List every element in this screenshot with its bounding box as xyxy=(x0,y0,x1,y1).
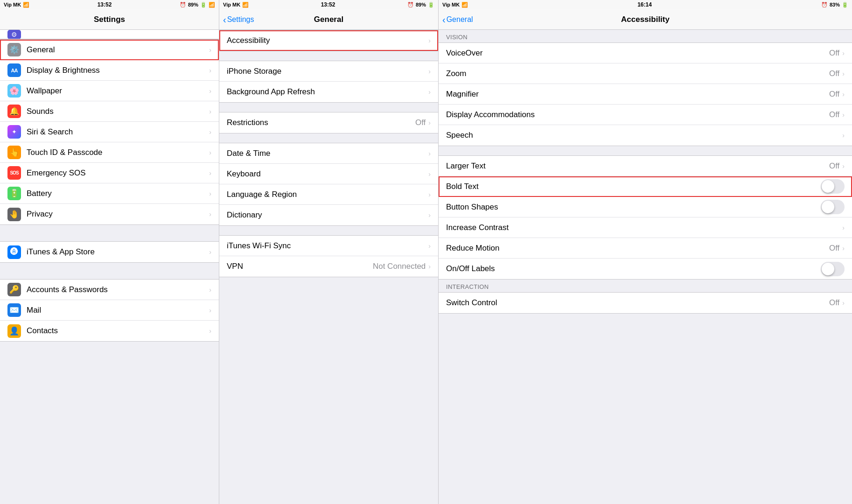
accessibility-item-larger-text[interactable]: Larger Text Off › xyxy=(439,156,852,176)
panel-accessibility: Vip MK 📶 16:14 ⏰ 83% 🔋 ‹ General Accessi… xyxy=(439,0,852,504)
keyboard-chevron: › xyxy=(428,170,431,178)
general-group-4: Date & Time › Keyboard › Language & Regi… xyxy=(219,143,438,226)
general-item-language[interactable]: Language & Region › xyxy=(219,184,438,205)
settings-item-mail[interactable]: ✉️ Mail › xyxy=(0,300,219,321)
signal-icon-1: 📶 xyxy=(209,2,215,8)
restrictions-label: Restrictions xyxy=(227,118,415,127)
general-nav-bar: ‹ Settings General xyxy=(219,9,438,30)
general-item-dictionary[interactable]: Dictionary › xyxy=(219,205,438,225)
general-item-datetime[interactable]: Date & Time › xyxy=(219,143,438,164)
general-item-itunes-wifi[interactable]: iTunes Wi-Fi Sync › xyxy=(219,236,438,256)
settings-group-3: 🔑 Accounts & Passwords › ✉️ Mail › 👤 Con… xyxy=(0,279,219,342)
general-group-3: Restrictions Off › xyxy=(219,112,438,133)
settings-item-accounts[interactable]: 🔑 Accounts & Passwords › xyxy=(0,280,219,300)
accessibility-item-display-accommodations[interactable]: Display Accommodations Off › xyxy=(439,105,852,125)
vpn-label: VPN xyxy=(227,262,373,271)
display-accommodations-chevron: › xyxy=(842,111,845,119)
accessibility-content: VISION VoiceOver Off › Zoom Off › Magnif… xyxy=(439,30,852,504)
general-group-5: iTunes Wi-Fi Sync › VPN Not Connected › xyxy=(219,235,438,277)
contacts-icon: 👤 xyxy=(7,324,21,338)
wifi-icon-3: 📶 xyxy=(461,2,468,8)
carrier-1: Vip MK xyxy=(4,2,21,7)
vpn-chevron: › xyxy=(428,263,431,270)
appstore-chevron: › xyxy=(209,248,211,256)
touchid-icon: 👆 xyxy=(7,146,21,159)
settings-item-privacy[interactable]: 🤚 Privacy › xyxy=(0,204,219,224)
settings-item-display[interactable]: AA Display & Brightness › xyxy=(0,60,219,81)
general-nav-title: General xyxy=(314,15,343,24)
mail-chevron: › xyxy=(209,307,211,314)
siri-chevron: › xyxy=(209,128,211,136)
accessibility-item-voiceover[interactable]: VoiceOver Off › xyxy=(439,43,852,63)
settings-item-emergency[interactable]: SOS Emergency SOS › xyxy=(0,163,219,183)
increase-contrast-label: Increase Contrast xyxy=(446,223,842,232)
accessibility-item-speech[interactable]: Speech › xyxy=(439,125,852,146)
general-item-vpn[interactable]: VPN Not Connected › xyxy=(219,256,438,277)
magnifier-value: Off xyxy=(829,90,839,99)
contacts-chevron: › xyxy=(209,327,211,335)
wallpaper-label: Wallpaper xyxy=(27,86,209,96)
onoff-labels-toggle-knob xyxy=(822,263,834,275)
siri-icon: ✦ xyxy=(7,125,21,139)
button-shapes-toggle[interactable] xyxy=(821,200,845,214)
datetime-label: Date & Time xyxy=(227,149,428,158)
accessibility-item-increase-contrast[interactable]: Increase Contrast › xyxy=(439,217,852,238)
general-back-button[interactable]: ‹ Settings xyxy=(223,15,254,24)
mail-label: Mail xyxy=(27,306,209,315)
general-item-restrictions[interactable]: Restrictions Off › xyxy=(219,112,438,133)
interaction-section-header: INTERACTION xyxy=(439,280,852,292)
privacy-icon: 🤚 xyxy=(7,208,21,221)
general-item-bg-refresh[interactable]: Background App Refresh › xyxy=(219,82,438,102)
accessibility-item-zoom[interactable]: Zoom Off › xyxy=(439,63,852,84)
accessibility-item-onoff-labels[interactable]: On/Off Labels xyxy=(439,259,852,279)
accessibility-item-button-shapes[interactable]: Button Shapes xyxy=(439,197,852,217)
restrictions-chevron: › xyxy=(428,119,431,126)
accessibility-item-reduce-motion[interactable]: Reduce Motion Off › xyxy=(439,238,852,259)
settings-item-appstore[interactable]: 🅐 iTunes & App Store › xyxy=(0,242,219,262)
battery-icon: 🔋 xyxy=(7,187,21,200)
general-label: General xyxy=(27,45,209,55)
sounds-chevron: › xyxy=(209,108,211,115)
back-chevron-3: ‹ xyxy=(442,15,446,24)
wifi-icon-1: 📶 xyxy=(23,2,29,8)
appstore-label: iTunes & App Store xyxy=(27,247,209,257)
battery-icon-2: 🔋 xyxy=(428,2,434,8)
settings-item-sounds[interactable]: 🔔 Sounds › xyxy=(0,101,219,122)
general-item-iphone-storage[interactable]: iPhone Storage › xyxy=(219,61,438,82)
onoff-labels-label: On/Off Labels xyxy=(446,264,821,273)
status-bar-2: Vip MK 📶 13:52 ⏰ 89% 🔋 xyxy=(219,0,438,9)
accessibility-back-button[interactable]: ‹ General xyxy=(442,15,473,24)
bold-text-toggle[interactable] xyxy=(821,179,845,194)
emergency-label: Emergency SOS xyxy=(27,168,209,178)
voiceover-chevron: › xyxy=(842,49,845,57)
general-chevron: › xyxy=(209,46,211,54)
settings-item-general[interactable]: ⚙️ General › xyxy=(0,40,219,60)
settings-group-1: ⚙️ General › AA Display & Brightness › 🌸… xyxy=(0,39,219,225)
status-bar-1: Vip MK 📶 13:52 ⏰ 89% 🔋 📶 xyxy=(0,0,219,9)
onoff-labels-toggle[interactable] xyxy=(821,262,845,276)
settings-item-wallpaper[interactable]: 🌸 Wallpaper › xyxy=(0,81,219,101)
magnifier-label: Magnifier xyxy=(446,90,829,99)
panel-general: Vip MK 📶 13:52 ⏰ 89% 🔋 ‹ Settings Genera… xyxy=(219,0,439,504)
general-item-keyboard[interactable]: Keyboard › xyxy=(219,164,438,184)
general-item-accessibility[interactable]: Accessibility › xyxy=(219,30,438,51)
settings-item-battery[interactable]: 🔋 Battery › xyxy=(0,183,219,204)
accessibility-item-bold-text[interactable]: Bold Text xyxy=(439,176,852,197)
accounts-icon: 🔑 xyxy=(7,283,21,296)
settings-item-siri[interactable]: ✦ Siri & Search › xyxy=(0,122,219,142)
magnifier-chevron: › xyxy=(842,91,845,98)
display-label: Display & Brightness xyxy=(27,66,209,75)
switch-control-label: Switch Control xyxy=(446,298,829,308)
language-label: Language & Region xyxy=(227,190,428,199)
accessibility-item-magnifier[interactable]: Magnifier Off › xyxy=(439,84,852,105)
settings-item-touchid[interactable]: 👆 Touch ID & Passcode › xyxy=(0,142,219,163)
settings-item-contacts[interactable]: 👤 Contacts › xyxy=(0,321,219,341)
status-bar-3: Vip MK 📶 16:14 ⏰ 83% 🔋 xyxy=(439,0,852,9)
bg-refresh-chevron: › xyxy=(428,88,431,96)
time-2: 13:52 xyxy=(321,1,335,8)
battery-icon-1: 🔋 xyxy=(200,2,207,8)
general-sep-3 xyxy=(219,133,438,143)
sounds-label: Sounds xyxy=(27,107,209,116)
accessibility-item-switch-control[interactable]: Switch Control Off › xyxy=(439,293,852,313)
general-back-label: Settings xyxy=(227,15,254,24)
